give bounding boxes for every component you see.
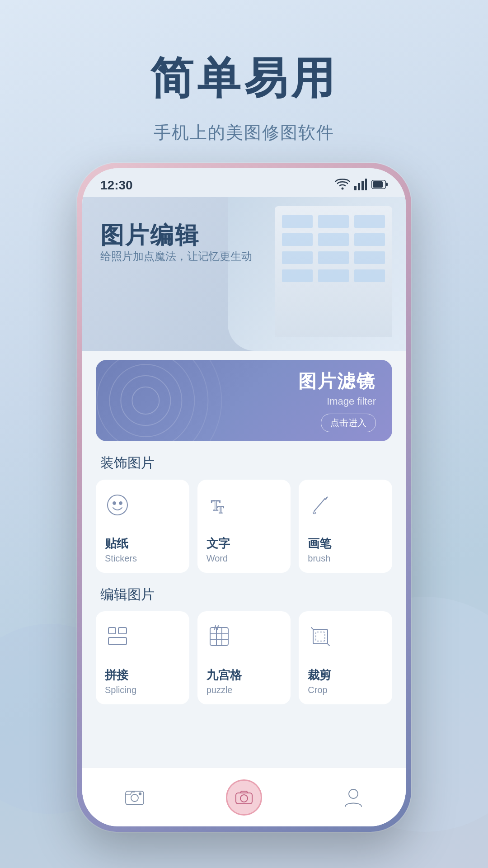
- phone-hero-title: 图片编辑: [100, 220, 200, 251]
- tool-card-crop[interactable]: 裁剪 Crop: [299, 611, 392, 704]
- svg-rect-22: [210, 627, 228, 646]
- svg-text:T: T: [217, 504, 224, 515]
- svg-rect-4: [365, 179, 367, 190]
- tool-card-splice[interactable]: 拼接 Splicing: [96, 611, 189, 704]
- filter-title-en: Image filter: [298, 396, 376, 407]
- window-pane: [282, 215, 313, 228]
- bottom-nav: [82, 768, 406, 826]
- edit-tools-grid: 拼接 Splicing: [82, 611, 406, 704]
- svg-rect-3: [361, 181, 364, 190]
- svg-rect-29: [313, 629, 328, 644]
- window-pane: [354, 251, 385, 264]
- svg-rect-21: [108, 637, 127, 645]
- crop-name-zh: 裁剪: [308, 667, 331, 683]
- hero-subtitle: 手机上的美图修图软件: [0, 121, 488, 144]
- filter-title-zh: 图片滤镜: [298, 369, 376, 394]
- svg-point-36: [349, 789, 358, 798]
- svg-rect-20: [118, 627, 127, 634]
- svg-rect-6: [386, 183, 388, 186]
- nav-item-photo[interactable]: [121, 784, 148, 811]
- filter-card-content: 图片滤镜 Image filter 点击进入: [298, 369, 376, 432]
- filter-card[interactable]: 图片滤镜 Image filter 点击进入: [96, 360, 392, 441]
- filter-waves-decoration: [96, 360, 259, 441]
- section-label-decorate: 装饰图片: [82, 441, 406, 480]
- splice-name-zh: 拼接: [105, 667, 128, 683]
- crop-name-en: Crop: [308, 685, 327, 695]
- status-icons: [335, 179, 388, 192]
- battery-icon: [371, 180, 388, 191]
- photo-nav-icon: [121, 784, 148, 811]
- splice-icon: [105, 624, 130, 649]
- section-label-edit: 编辑图片: [82, 573, 406, 611]
- signal-icon: [354, 179, 367, 192]
- crop-icon: [308, 624, 333, 649]
- decorate-tools-grid: 贴纸 Stickers T T 文字 Word: [82, 480, 406, 573]
- building-photo: [228, 197, 406, 351]
- window-pane: [318, 251, 349, 264]
- phone-inner: 12:30: [82, 168, 406, 826]
- hero-title: 简单易用: [0, 50, 488, 108]
- phone-hero-banner: 图片编辑 给照片加点魔法，让记忆更生动: [82, 197, 406, 351]
- building-body: [275, 206, 392, 337]
- svg-rect-30: [316, 632, 325, 641]
- person-nav-icon: [340, 784, 367, 811]
- tool-card-sticker[interactable]: 贴纸 Stickers: [96, 480, 189, 573]
- grid-name-en: puzzle: [206, 685, 233, 695]
- phone-outer: 12:30: [77, 163, 411, 832]
- splice-name-en: Splicing: [105, 685, 136, 695]
- window-pane: [318, 269, 349, 282]
- svg-point-11: [97, 360, 194, 441]
- status-time: 12:30: [100, 178, 133, 193]
- window-pane: [282, 233, 313, 246]
- building-windows: [275, 206, 392, 291]
- phone-hero-subtitle: 给照片加点魔法，让记忆更生动: [100, 249, 252, 264]
- nav-item-camera[interactable]: [226, 779, 262, 816]
- camera-nav-icon: [226, 779, 262, 816]
- sticker-icon: [105, 492, 130, 518]
- svg-point-32: [131, 794, 138, 802]
- svg-rect-1: [354, 186, 357, 190]
- svg-point-14: [108, 495, 127, 515]
- svg-point-33: [139, 793, 141, 795]
- nav-item-person[interactable]: [340, 784, 367, 811]
- svg-line-27: [215, 626, 216, 629]
- tool-card-text[interactable]: T T 文字 Word: [197, 480, 291, 573]
- status-bar: 12:30: [82, 168, 406, 197]
- grid-name-zh: 九宫格: [206, 667, 242, 683]
- grid-icon: [206, 624, 232, 649]
- text-name-zh: 文字: [206, 536, 230, 552]
- tool-card-grid[interactable]: 九宫格 puzzle: [197, 611, 291, 704]
- window-pane: [354, 215, 385, 228]
- svg-point-0: [342, 188, 344, 190]
- svg-point-8: [132, 387, 159, 414]
- svg-line-28: [217, 626, 218, 629]
- window-pane: [318, 215, 349, 228]
- window-pane: [282, 251, 313, 264]
- svg-rect-2: [358, 183, 360, 190]
- svg-point-12: [96, 360, 208, 441]
- svg-rect-7: [373, 181, 383, 188]
- phone-content: 图片编辑 给照片加点魔法，让记忆更生动 图片滤镜 Im: [82, 197, 406, 826]
- hero-section: 简单易用 手机上的美图修图软件: [0, 0, 488, 171]
- window-pane: [354, 269, 385, 282]
- window-pane: [318, 233, 349, 246]
- tool-card-brush[interactable]: 画笔 brush: [299, 480, 392, 573]
- phone-mockup: 12:30: [77, 163, 411, 832]
- svg-point-9: [121, 376, 170, 425]
- svg-point-15: [113, 502, 116, 505]
- brush-icon: [308, 492, 333, 518]
- window-pane: [354, 233, 385, 246]
- wifi-icon: [335, 179, 350, 192]
- filter-enter-button[interactable]: 点击进入: [321, 414, 376, 432]
- brush-name-zh: 画笔: [308, 536, 331, 552]
- svg-point-35: [240, 795, 248, 802]
- sticker-name-zh: 贴纸: [105, 536, 128, 552]
- text-name-en: Word: [206, 553, 228, 564]
- text-icon: T T: [206, 492, 232, 518]
- window-pane: [282, 269, 313, 282]
- brush-name-en: brush: [308, 553, 330, 564]
- sticker-name-en: Stickers: [105, 553, 137, 564]
- svg-rect-19: [108, 627, 116, 634]
- svg-point-16: [119, 502, 122, 505]
- svg-point-13: [96, 360, 221, 441]
